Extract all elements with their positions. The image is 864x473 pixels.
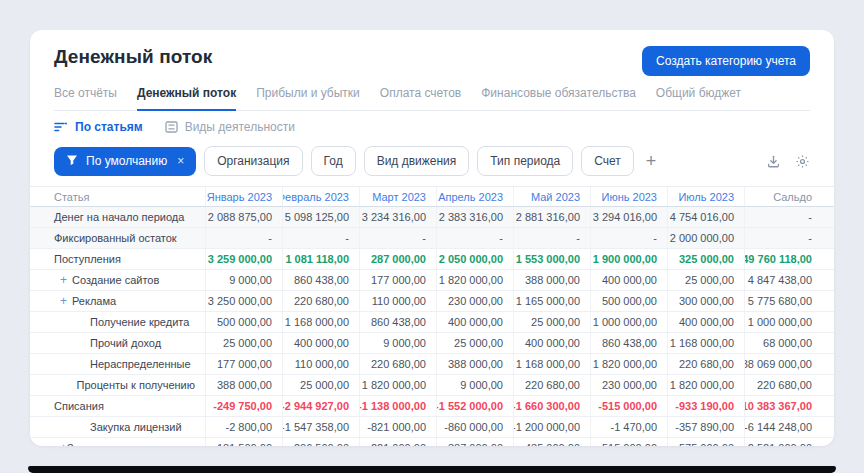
cash-flow-panel: Денежный поток Создать категорию учета В…	[30, 30, 834, 446]
row-label-cell: Нераспределенные	[30, 354, 206, 374]
tab-2[interactable]: Прибыли и убытки	[256, 86, 360, 110]
expand-plus-icon[interactable]: +	[60, 294, 72, 308]
expand-plus-icon[interactable]: +	[60, 273, 72, 287]
value-cell: 1 081 118,00	[283, 249, 360, 269]
value-cell: 177 000,00	[360, 270, 437, 290]
value-cell: -515 000,00	[591, 396, 668, 416]
value-cell: 68 000,00	[745, 333, 834, 353]
value-cell: -933 190,00	[668, 396, 745, 416]
value-cell: 220 680,00	[360, 354, 437, 374]
value-cell: -	[437, 228, 514, 248]
tab-0[interactable]: Все отчёты	[54, 86, 117, 110]
filter-chips: По умолчанию × ОрганизацияГодВид движени…	[54, 146, 660, 176]
remove-filter-icon[interactable]: ×	[177, 154, 184, 168]
value-cell: 3 250 000,00	[206, 291, 283, 311]
column-header-month[interactable]: Июль 2023	[668, 187, 745, 206]
filter-button-1[interactable]: Год	[311, 146, 356, 176]
window-bottom-edge	[28, 466, 836, 473]
row-label-cell: +Зарплата программистов	[30, 438, 206, 446]
column-header-article: Статья	[30, 187, 206, 206]
column-header-month[interactable]: Январь 2023	[206, 187, 283, 206]
filter-button-4[interactable]: Счет	[581, 146, 634, 176]
table-row: +Зарплата программистов-181 500,00-206 5…	[30, 438, 834, 446]
value-cell: -357 890,00	[668, 417, 745, 437]
row-label-cell: Закупка лицензий	[30, 417, 206, 437]
column-header-month[interactable]: Февраль 2023	[283, 187, 360, 206]
row-label-cell: Прочий доход	[30, 333, 206, 353]
page-title: Денежный поток	[54, 46, 212, 68]
value-cell: 3 259 000,00	[206, 249, 283, 269]
value-cell: 3 234 316,00	[360, 207, 437, 227]
value-cell: 1 168 000,00	[668, 333, 745, 353]
row-label: Получение кредита	[72, 316, 189, 328]
value-cell: -575 000,00	[668, 438, 745, 446]
row-label: Поступления	[54, 253, 121, 265]
filter-bar: По умолчанию × ОрганизацияГодВид движени…	[30, 142, 834, 186]
filter-button-2[interactable]: Вид движения	[364, 146, 470, 176]
value-cell: 860 438,00	[283, 270, 360, 290]
column-header-month[interactable]: Апрель 2023	[437, 187, 514, 206]
value-cell: 2 000 000,00	[668, 228, 745, 248]
value-cell: 388 000,00	[437, 354, 514, 374]
value-cell: 500 000,00	[591, 291, 668, 311]
value-cell: 220 680,00	[283, 291, 360, 311]
row-label: Закупка лицензий	[72, 421, 182, 433]
value-cell: 388 000,00	[206, 375, 283, 395]
value-cell: -435 000,00	[514, 438, 591, 446]
value-cell: 400 000,00	[437, 312, 514, 332]
tab-4[interactable]: Финансовые обязательства	[481, 86, 636, 110]
row-label: Фиксированный остаток	[54, 232, 177, 244]
value-cell: -	[591, 228, 668, 248]
download-icon[interactable]	[766, 154, 781, 169]
row-label-cell: +Создание сайтов	[30, 270, 206, 290]
row-label: Нераспределенные	[72, 358, 191, 370]
value-cell: 1 820 000,00	[591, 354, 668, 374]
value-cell: 2 881 316,00	[514, 207, 591, 227]
filter-button-0[interactable]: Организация	[204, 146, 302, 176]
tab-3[interactable]: Оплата счетов	[380, 86, 461, 110]
row-label-cell: Фиксированный остаток	[30, 228, 206, 248]
value-cell: 110 000,00	[360, 291, 437, 311]
value-cell: 300 000,00	[668, 291, 745, 311]
value-cell: -1 552 000,00	[437, 396, 514, 416]
table-row: Прочий доход25 000,00400 000,009 000,002…	[30, 333, 834, 354]
filter-button-3[interactable]: Тип периода	[477, 146, 573, 176]
expand-plus-icon[interactable]: +	[60, 441, 67, 446]
view-option-label: Виды деятельности	[185, 120, 295, 134]
active-filter-chip[interactable]: По умолчанию ×	[54, 147, 196, 176]
column-header-month[interactable]: Июнь 2023	[591, 187, 668, 206]
value-cell: 1 168 000,00	[283, 312, 360, 332]
column-header-month[interactable]: Май 2023	[514, 187, 591, 206]
funnel-icon	[66, 154, 78, 169]
value-cell: 230 000,00	[437, 291, 514, 311]
settings-gear-icon[interactable]	[795, 154, 810, 169]
value-cell: -1 470,00	[591, 417, 668, 437]
value-cell: -	[360, 228, 437, 248]
value-cell: 25 000,00	[206, 333, 283, 353]
row-label-cell: Списания	[30, 396, 206, 416]
table-row: +Создание сайтов9 000,00860 438,00177 00…	[30, 270, 834, 291]
value-cell: 1 165 000,00	[514, 291, 591, 311]
add-filter-button[interactable]: +	[642, 150, 661, 172]
value-cell: 1 820 000,00	[668, 375, 745, 395]
view-option-0[interactable]: По статьям	[54, 120, 143, 134]
panel-header: Денежный поток Создать категорию учета В…	[30, 30, 834, 111]
view-option-1[interactable]: Виды деятельности	[165, 120, 295, 134]
value-cell: -181 500,00	[206, 438, 283, 446]
value-cell: 3 294 016,00	[591, 207, 668, 227]
value-cell: 400 000,00	[591, 270, 668, 290]
tab-5[interactable]: Общий бюджет	[656, 86, 741, 110]
create-category-button[interactable]: Создать категорию учета	[642, 46, 810, 76]
value-cell: 220 680,00	[514, 375, 591, 395]
value-cell: -249 750,00	[206, 396, 283, 416]
value-cell: -2 521 000,00	[745, 438, 834, 446]
value-cell: -387 000,00	[437, 438, 514, 446]
row-label: Прочий доход	[72, 337, 161, 349]
value-cell: -1 547 358,00	[283, 417, 360, 437]
table-header-row: СтатьяЯнварь 2023Февраль 2023Март 2023Ап…	[30, 187, 834, 207]
column-header-month[interactable]: Март 2023	[360, 187, 437, 206]
value-cell: 25 000,00	[283, 375, 360, 395]
tab-1[interactable]: Денежный поток	[137, 86, 236, 111]
table-row: Проценты к получению388 000,0025 000,001…	[30, 375, 834, 396]
value-cell: 1 000 000,00	[591, 312, 668, 332]
